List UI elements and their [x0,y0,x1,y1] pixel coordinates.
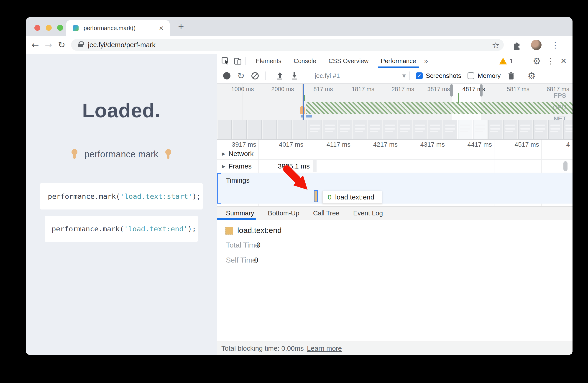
inspect-element-icon[interactable] [221,57,230,65]
disclosure-triangle-icon[interactable]: ▶ [222,164,225,169]
screenshot-thumbnail[interactable] [248,120,262,139]
timings-track[interactable]: Timings [217,173,572,204]
trash-icon[interactable] [508,72,515,80]
tab-performance[interactable]: Performance [375,54,422,68]
screenshot-thumbnail[interactable] [563,120,572,139]
screenshot-thumbnail[interactable] [413,120,427,139]
screenshot-thumbnail[interactable] [368,120,382,139]
screenshot-thumbnail[interactable] [548,120,562,139]
tab-favicon [73,25,79,31]
screenshot-filmstrip[interactable] [218,120,572,139]
screenshot-thumbnail[interactable] [533,120,547,139]
screenshot-thumbnail[interactable] [293,120,307,139]
screenshot-thumbnail[interactable] [263,120,277,139]
selection-right-handle[interactable] [480,84,483,97]
save-profile-icon[interactable] [291,72,298,80]
timeline-overview[interactable]: 1000 ms 2000 ms 817 ms 1817 ms 2817 ms 3… [217,84,572,140]
tab-css-overview[interactable]: CSS Overview [322,54,375,68]
total-time-label: Total Time [226,241,259,249]
tab-bottom-up[interactable]: Bottom-Up [261,207,306,220]
network-track[interactable]: ▶ Network [217,148,572,160]
performance-mark-marker[interactable] [314,190,318,202]
disclosure-triangle-icon[interactable]: ▶ [222,151,225,156]
capture-settings-icon[interactable]: ⚙ [528,71,536,80]
tab-elements[interactable]: Elements [250,54,288,68]
timeline-detail[interactable]: 3917 ms 4017 ms 4117 ms 4217 ms 4317 ms … [217,140,572,206]
extensions-icon[interactable] [512,40,522,50]
divider [246,57,246,65]
more-tabs-icon[interactable]: » [424,57,428,65]
back-icon[interactable]: ← [29,40,42,50]
bookmark-star-icon[interactable]: ☆ [492,40,500,50]
screenshots-toggle[interactable]: ✓ Screenshots [416,72,461,80]
timing-color-swatch [226,227,233,234]
code-text: ); [188,225,196,233]
load-profile-icon[interactable] [276,72,284,80]
learn-more-link[interactable]: Learn more [307,344,342,352]
divider [522,71,522,80]
selection-left-handle[interactable] [450,84,453,97]
memory-checkbox[interactable] [467,72,474,79]
overview-ruler-label: 5817 ms [507,85,529,93]
forward-icon[interactable]: → [42,40,55,50]
devtools-settings-icon[interactable]: ⚙ [533,57,541,65]
tab-close-icon[interactable]: ✕ [159,25,164,32]
tab-call-tree[interactable]: Call Tree [306,207,346,220]
screenshot-thumbnail[interactable] [278,120,292,139]
rendered-page: Loaded. performance mark performance.mar… [26,54,217,355]
screenshot-thumbnail[interactable] [488,120,502,139]
screenshot-thumbnail[interactable] [518,120,532,139]
detail-ruler-label: 4 [566,141,570,148]
screenshots-checkbox[interactable]: ✓ [416,72,423,79]
tab-summary[interactable]: Summary [217,207,261,220]
memory-toggle[interactable]: Memory [467,72,501,80]
frames-track[interactable]: ▶ Frames 3935.1 ms [217,160,572,173]
screenshot-thumbnail[interactable] [398,120,412,139]
minimize-window-button[interactable] [46,25,52,31]
maximize-window-button[interactable] [57,25,63,31]
close-window-button[interactable] [34,25,40,31]
devtools-menu-icon[interactable]: ⋮ [547,57,555,65]
screenshot-thumbnail[interactable] [338,120,352,139]
screenshot-thumbnail[interactable] [308,120,322,139]
screenshot-thumbnail[interactable] [458,120,472,139]
profile-avatar[interactable] [531,40,542,50]
active-tab-underline [217,218,256,220]
detail-ruler-label: 4217 ms [373,141,398,148]
reload-and-record-icon[interactable]: ↻ [237,71,245,80]
device-toolbar-icon[interactable] [234,57,242,65]
tab-event-log[interactable]: Event Log [346,207,390,220]
performance-status-bar: Total blocking time: 0.00ms Learn more [217,341,572,355]
browser-menu-icon[interactable]: ⋮ [551,40,559,50]
browser-tab[interactable]: performance.mark() ✕ [66,20,170,36]
profile-select[interactable]: jec.fyi #1 ▼ [315,72,406,80]
screenshot-thumbnail[interactable] [503,120,517,139]
divider [217,274,572,274]
screenshot-thumbnail[interactable] [383,120,397,139]
tab-console[interactable]: Console [288,54,322,68]
vertical-scrollbar[interactable] [563,161,567,171]
address-bar[interactable]: jec.fyi/demo/perf-mark ☆ [71,39,504,51]
new-tab-button[interactable]: + [178,22,184,32]
issues-counter[interactable]: 1 [499,57,513,65]
timings-track-label: Timings [226,176,250,184]
overview-ruler-label: 2817 ms [392,85,414,93]
screenshot-thumbnail[interactable] [443,120,457,139]
timeline-cursor-line [318,158,318,204]
selected-track-bracket [217,173,221,174]
clear-recording-icon[interactable] [252,72,259,80]
record-button[interactable] [223,72,231,80]
screenshot-thumbnail[interactable] [218,120,231,139]
screenshot-thumbnail[interactable] [353,120,367,139]
active-tab-underline [378,66,419,68]
tab-strip: performance.mark() ✕ + [26,17,572,36]
screenshot-thumbnail[interactable] [233,120,247,139]
url-text[interactable]: jec.fyi/demo/perf-mark [88,41,156,49]
screenshot-thumbnail[interactable] [473,120,487,139]
screenshot-thumbnail[interactable] [428,120,442,139]
reload-icon[interactable]: ↻ [55,40,68,50]
selected-track-bracket [217,203,221,204]
devtools-close-icon[interactable]: ✕ [560,57,567,65]
screenshot-thumbnail[interactable] [323,120,337,139]
divider [265,71,266,80]
